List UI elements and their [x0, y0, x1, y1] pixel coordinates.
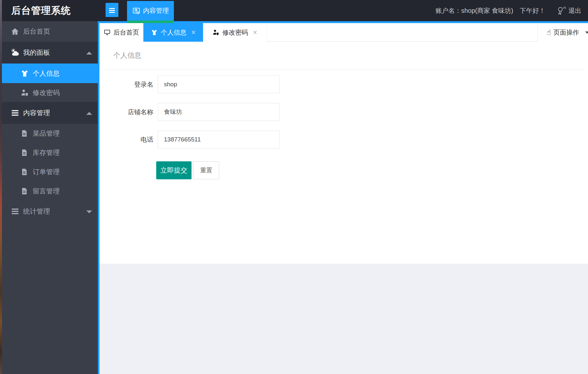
list-bars-icon	[11, 108, 20, 117]
tab-bar: 后台首页 个人信息 × 修改密码 × ☝ 页面操作	[99, 23, 588, 42]
list-bars-icon	[11, 207, 20, 216]
logout-label: 退出	[568, 6, 581, 15]
tshirt-icon	[151, 29, 158, 36]
sun-cloud-icon	[11, 48, 20, 57]
form-row-phone: 电话	[99, 131, 588, 149]
sidebar-item-message-management[interactable]: 留言管理	[0, 182, 98, 201]
reset-button[interactable]: 重置	[193, 161, 219, 179]
top-header: 后台管理系统 内容管理 账户名：shop(商家 食味坊) 下午好！ v5	[0, 0, 588, 21]
phone-field[interactable]	[158, 131, 280, 149]
account-name-text: 账户名：shop(商家 食味坊)	[436, 6, 513, 15]
close-icon[interactable]: ×	[191, 29, 195, 36]
tab-backend-home[interactable]: 后台首页	[99, 23, 143, 42]
pointing-hand-icon: ☝	[547, 29, 551, 36]
header-nav-content-management[interactable]: 内容管理	[127, 1, 174, 21]
tab-label: 修改密码	[222, 28, 248, 37]
close-icon[interactable]: ×	[253, 29, 257, 36]
form-row-shop-name: 店铺名称	[99, 103, 588, 121]
hamburger-menu-button[interactable]	[106, 3, 118, 17]
user-shield-icon	[212, 29, 219, 36]
page-operations-button[interactable]: ☝ 页面操作	[537, 23, 588, 42]
login-name-field[interactable]	[158, 75, 280, 93]
content-area: 后台首页 个人信息 × 修改密码 × ☝ 页面操作	[98, 21, 588, 374]
shop-name-field[interactable]	[158, 103, 280, 121]
svg-text:v5: v5	[563, 6, 566, 9]
document-icon	[21, 187, 28, 195]
document-icon	[21, 149, 28, 157]
submit-button[interactable]: 立即提交	[156, 161, 192, 179]
sidebar-item-personal-info[interactable]: 个人信息	[0, 64, 98, 83]
header-nav-active-indicator	[127, 21, 174, 23]
background-photo-strip	[0, 0, 2, 374]
sidebar: 后台首页 我的面板 个人信息 修改密码	[0, 21, 98, 374]
personal-info-form: 登录名 店铺名称 电话 立即提交 重置	[99, 70, 588, 179]
header-nav-label: 内容管理	[143, 6, 169, 15]
chevron-up-icon	[86, 112, 92, 115]
app-title: 后台管理系统	[11, 0, 71, 21]
monitor-icon	[104, 29, 111, 36]
tab-label: 后台首页	[114, 28, 139, 37]
page-operations-label: 页面操作	[553, 28, 579, 37]
chevron-down-icon	[585, 31, 588, 34]
tab-change-password[interactable]: 修改密码 ×	[203, 23, 267, 42]
tshirt-icon	[21, 69, 29, 78]
home-icon	[11, 27, 19, 36]
personal-info-card: 个人信息 登录名 店铺名称 电话 立即提交 重置	[99, 42, 588, 264]
form-row-login-name: 登录名	[99, 75, 588, 93]
sidebar-item-content-management[interactable]: 内容管理	[0, 102, 98, 124]
document-icon	[21, 130, 28, 137]
medal-badge-icon: v5	[556, 6, 567, 15]
sidebar-item-stock-management[interactable]: 库存管理	[0, 143, 98, 162]
document-icon	[21, 168, 28, 176]
greeting-text: 下午好！	[520, 6, 545, 15]
sidebar-item-change-password[interactable]: 修改密码	[0, 83, 98, 102]
form-buttons: 立即提交 重置	[156, 161, 588, 179]
user-shield-icon	[21, 89, 29, 97]
card-title: 个人信息	[99, 42, 588, 69]
logout-button[interactable]: v5 退出	[556, 6, 581, 15]
tab-label: 个人信息	[161, 28, 186, 37]
screen-gear-icon	[132, 7, 141, 15]
phone-label: 电话	[99, 135, 153, 144]
shop-name-label: 店铺名称	[99, 108, 153, 116]
sidebar-item-my-panel[interactable]: 我的面板	[0, 42, 98, 64]
header-right-area: 账户名：shop(商家 食味坊) 下午好！ v5 退出	[436, 0, 581, 21]
chevron-up-icon	[86, 52, 92, 55]
sidebar-item-backend-home[interactable]: 后台首页	[0, 21, 98, 42]
sidebar-item-order-management[interactable]: 订单管理	[0, 162, 98, 182]
chevron-down-icon	[86, 210, 92, 213]
sidebar-item-dish-management[interactable]: 菜品管理	[0, 124, 98, 143]
login-name-label: 登录名	[99, 80, 153, 89]
tab-personal-info[interactable]: 个人信息 ×	[143, 23, 203, 42]
sidebar-item-statistics-management[interactable]: 统计管理	[0, 201, 98, 222]
